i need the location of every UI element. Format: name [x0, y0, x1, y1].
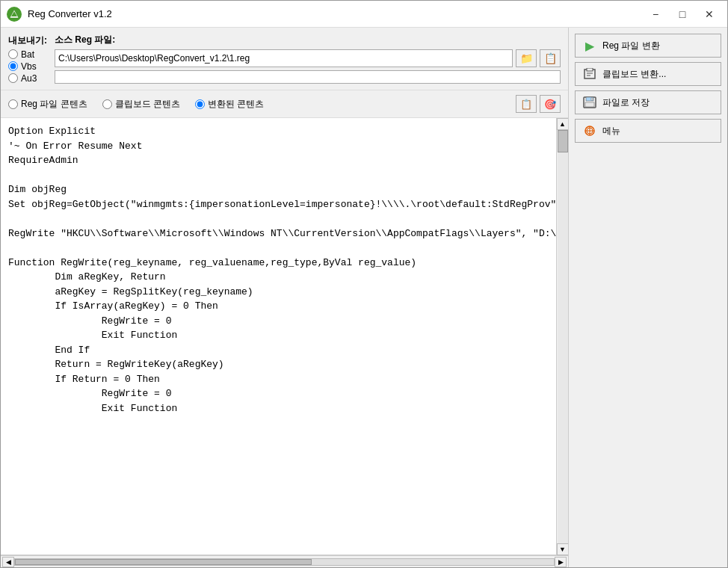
refresh-content-button[interactable]: 🎯: [540, 95, 561, 113]
source-group: 소스 Reg 파일: 📁 📋: [55, 34, 561, 84]
save-file-button[interactable]: 파일로 저장: [575, 90, 721, 114]
left-panel: 내보내기: Bat Vbs Au3: [1, 28, 569, 567]
svg-rect-9: [591, 98, 593, 100]
app-title: Reg Converter v1.2: [28, 8, 112, 19]
export-au3-label: Au3: [21, 73, 37, 84]
view-clipboard-radio[interactable]: [102, 99, 112, 109]
h-scroll-track[interactable]: [14, 558, 555, 566]
code-display[interactable]: Option Explicit '~ On Error Resume Next …: [1, 118, 556, 555]
export-group: 내보내기: Bat Vbs Au3: [8, 34, 47, 84]
export-vbs-label: Vbs: [21, 61, 37, 72]
scroll-track[interactable]: [558, 130, 568, 543]
h-scroll-thumb[interactable]: [15, 559, 312, 565]
svg-rect-8: [585, 102, 594, 107]
refresh-icon: 🎯: [544, 99, 556, 110]
clipboard-icon: 📋: [544, 52, 557, 64]
svg-rect-3: [587, 68, 593, 71]
export-bat-label: Bat: [21, 49, 34, 60]
export-label: 내보내기:: [8, 34, 47, 47]
title-bar-left: Reg Converter v1.2: [7, 7, 112, 22]
vertical-scrollbar: ▲ ▼: [556, 118, 568, 555]
scroll-up-arrow[interactable]: ▲: [557, 118, 569, 130]
source-row: 📁 📋: [55, 49, 561, 67]
copy-icon: 📋: [520, 99, 532, 110]
top-controls: 내보내기: Bat Vbs Au3: [1, 28, 568, 90]
menu-label: 메뉴: [602, 125, 620, 138]
source-path-input[interactable]: [55, 49, 513, 67]
convert-reg-button[interactable]: ▶ Reg 파일 변환: [575, 34, 721, 58]
folder-icon: 📁: [520, 52, 533, 64]
export-vbs-option[interactable]: Vbs: [8, 61, 47, 72]
title-bar-controls: − □ ✕: [644, 5, 721, 23]
scroll-thumb[interactable]: [558, 130, 568, 152]
minimize-button[interactable]: −: [644, 5, 667, 23]
view-icons: 📋 🎯: [516, 95, 561, 113]
view-controls: Reg 파일 콘텐츠 클립보드 콘텐츠 변환된 콘텐츠 📋 🎯: [1, 90, 568, 118]
view-clipboard-option[interactable]: 클립보드 콘텐츠: [102, 98, 180, 111]
open-clipboard-button[interactable]: 📋: [540, 49, 561, 67]
app-icon: [7, 7, 22, 22]
horizontal-scrollbar: ◀ ▶: [1, 555, 568, 567]
main-content: 내보내기: Bat Vbs Au3: [1, 28, 727, 567]
menu-icon: [582, 124, 598, 138]
view-clipboard-label: 클립보드 콘텐츠: [115, 98, 180, 111]
scroll-left-arrow[interactable]: ◀: [2, 557, 14, 567]
main-window: Reg Converter v1.2 − □ ✕ 내보내기: Bat: [0, 0, 728, 568]
save-icon: [582, 96, 598, 109]
scroll-right-arrow[interactable]: ▶: [555, 557, 567, 567]
export-vbs-radio[interactable]: [8, 61, 18, 71]
view-reg-option[interactable]: Reg 파일 콘텐츠: [8, 98, 87, 111]
convert-icon: ▶: [582, 39, 598, 52]
copy-content-button[interactable]: 📋: [516, 95, 537, 113]
view-reg-label: Reg 파일 콘텐츠: [21, 98, 87, 111]
export-au3-option[interactable]: Au3: [8, 73, 47, 84]
convert-clipboard-label: 클립보드 변환...: [602, 68, 666, 81]
export-au3-radio[interactable]: [8, 73, 18, 83]
view-converted-option[interactable]: 변환된 콘텐츠: [195, 98, 264, 111]
title-bar: Reg Converter v1.2 − □ ✕: [1, 1, 727, 28]
maximize-button[interactable]: □: [670, 5, 694, 23]
export-bat-radio[interactable]: [8, 49, 18, 59]
view-converted-label: 변환된 콘텐츠: [208, 98, 264, 111]
right-panel: ▶ Reg 파일 변환 클립보드 변환...: [569, 28, 727, 567]
code-area-container: Option Explicit '~ On Error Resume Next …: [1, 118, 568, 555]
export-radio-group: Bat Vbs Au3: [8, 49, 47, 84]
view-converted-radio[interactable]: [195, 99, 205, 109]
progress-bar: [55, 70, 561, 84]
clipboard-convert-icon: [582, 67, 598, 81]
convert-clipboard-button[interactable]: 클립보드 변환...: [575, 62, 721, 86]
scroll-down-arrow[interactable]: ▼: [557, 543, 569, 555]
open-folder-button[interactable]: 📁: [516, 49, 537, 67]
close-button[interactable]: ✕: [697, 5, 721, 23]
convert-reg-label: Reg 파일 변환: [602, 40, 660, 52]
source-label: 소스 Reg 파일:: [55, 34, 561, 46]
save-file-label: 파일로 저장: [602, 96, 650, 109]
export-bat-option[interactable]: Bat: [8, 49, 47, 60]
menu-button[interactable]: 메뉴: [575, 119, 721, 143]
view-reg-radio[interactable]: [8, 99, 18, 109]
